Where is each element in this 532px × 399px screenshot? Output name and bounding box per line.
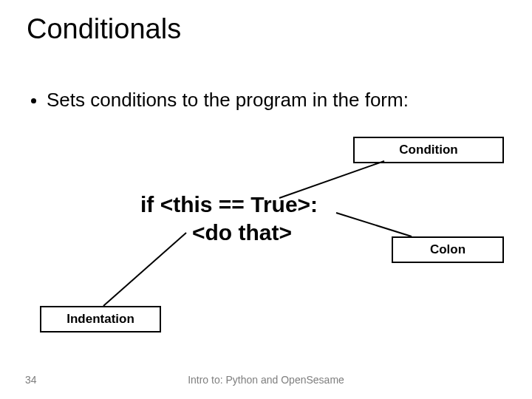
- bullet-dot-icon: [31, 98, 36, 103]
- footer-text: Intro to: Python and OpenSesame: [0, 374, 532, 386]
- code-example: if <this == True>: <do that>: [140, 191, 318, 246]
- code-line-1: if <this == True>:: [140, 191, 318, 219]
- label-condition: Condition: [353, 137, 504, 163]
- label-colon: Colon: [392, 236, 504, 263]
- code-line-2: <do that>: [192, 219, 318, 247]
- slide: Conditionals Sets conditions to the prog…: [0, 0, 532, 399]
- label-indentation: Indentation: [40, 306, 161, 332]
- slide-title: Conditionals: [27, 13, 181, 45]
- bullet-text: Sets conditions to the program in the fo…: [47, 89, 409, 112]
- bullet-item: Sets conditions to the program in the fo…: [31, 89, 409, 112]
- svg-line-1: [336, 213, 412, 236]
